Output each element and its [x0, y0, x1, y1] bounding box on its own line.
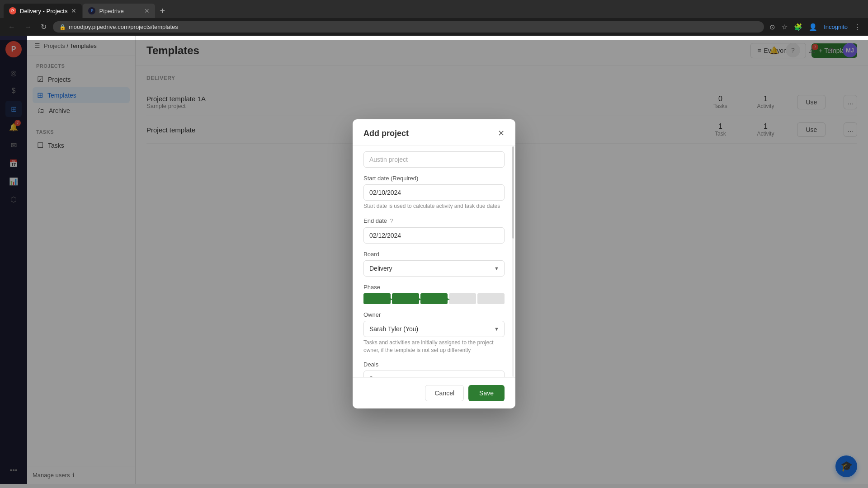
browser-chrome: P Delivery - Projects ✕ P Pipedrive ✕ + …	[0, 0, 868, 36]
board-group: Board Delivery	[363, 251, 505, 277]
address-bar[interactable]: 🔒 moodjoy.pipedrive.com/projects/templat…	[53, 21, 764, 33]
tab-delivery[interactable]: P Delivery - Projects ✕	[4, 4, 82, 18]
incognito-label: Incognito	[824, 23, 848, 30]
scrollbar-thumb	[512, 146, 514, 239]
deals-group: Deals $	[363, 361, 505, 377]
owner-value: Sarah Tyler (You)	[369, 325, 418, 333]
address-bar-row: ← → ↻ 🔒 moodjoy.pipedrive.com/projects/t…	[0, 18, 868, 36]
phase-segment-3	[420, 293, 448, 304]
tab-favicon-delivery: P	[9, 7, 16, 14]
reader-view-button[interactable]: ⊙	[768, 21, 777, 33]
board-label: Board	[363, 251, 505, 258]
deals-label: Deals	[363, 361, 505, 368]
phase-bar[interactable]: ▶	[363, 293, 505, 304]
end-date-input[interactable]	[363, 227, 505, 244]
modal-overlay: Add project ✕ Start date (Required) Star…	[0, 40, 868, 488]
refresh-button[interactable]: ↻	[38, 21, 49, 33]
modal-title: Add project	[363, 129, 409, 138]
modal-header: Add project ✕	[353, 119, 515, 146]
phase-segment-1	[363, 293, 391, 304]
board-select-wrapper: Delivery	[363, 260, 505, 277]
modal-footer: Cancel Save	[353, 377, 515, 408]
owner-label: Owner	[363, 311, 505, 318]
end-date-help-icon[interactable]: ?	[390, 217, 393, 225]
tab-label-pipedrive: Pipedrive	[99, 8, 123, 14]
modal-scrollbar[interactable]	[512, 146, 515, 377]
end-date-group: End date ?	[363, 217, 505, 244]
forward-button[interactable]: →	[22, 21, 34, 33]
owner-select[interactable]: Sarah Tyler (You)	[363, 321, 505, 337]
tab-close-pipedrive[interactable]: ✕	[144, 7, 150, 14]
modal-body: Start date (Required) Start date is used…	[353, 146, 515, 377]
tab-favicon-pipedrive: P	[88, 7, 95, 14]
lock-icon: 🔒	[59, 24, 66, 30]
phase-segment-4	[449, 293, 476, 304]
deals-input[interactable]: $	[363, 371, 505, 377]
tab-close-delivery[interactable]: ✕	[71, 7, 76, 14]
tab-pipedrive[interactable]: P Pipedrive ✕	[83, 4, 155, 18]
start-date-hint: Start date is used to calculate activity…	[363, 202, 505, 210]
back-button[interactable]: ←	[5, 21, 18, 33]
owner-group: Owner Sarah Tyler (You) Tasks and activi…	[363, 311, 505, 354]
save-button[interactable]: Save	[468, 385, 505, 401]
phase-group: Phase ▶	[363, 284, 505, 304]
end-date-label: End date ?	[363, 217, 505, 225]
modal-close-button[interactable]: ✕	[498, 128, 505, 138]
board-value: Delivery	[369, 265, 392, 272]
project-name-hint-area	[363, 151, 505, 168]
profile-button[interactable]: 👤	[807, 21, 819, 33]
menu-button[interactable]: ⋮	[852, 21, 863, 33]
url-text: moodjoy.pipedrive.com/projects/templates	[69, 23, 178, 30]
scrollbar-track	[512, 146, 514, 377]
add-project-modal: Add project ✕ Start date (Required) Star…	[353, 119, 515, 408]
phase-segment-2: ▶	[392, 293, 419, 304]
project-name-input[interactable]	[363, 151, 505, 168]
owner-hint: Tasks and activities are initially assig…	[363, 339, 505, 354]
start-date-input[interactable]	[363, 184, 505, 201]
start-date-label: Start date (Required)	[363, 175, 505, 182]
cancel-button[interactable]: Cancel	[425, 385, 464, 401]
new-tab-button[interactable]: +	[156, 4, 169, 18]
extensions-button[interactable]: 🧩	[792, 21, 804, 33]
browser-actions: ⊙ ☆ 🧩 👤 Incognito ⋮	[768, 21, 863, 33]
start-date-group: Start date (Required) Start date is used…	[363, 175, 505, 210]
tab-bar: P Delivery - Projects ✕ P Pipedrive ✕ +	[0, 0, 868, 18]
tab-label-delivery: Delivery - Projects	[20, 8, 67, 14]
board-select[interactable]: Delivery	[363, 260, 505, 277]
owner-select-wrapper: Sarah Tyler (You)	[363, 321, 505, 337]
bookmark-button[interactable]: ☆	[780, 21, 789, 33]
phase-segment-5	[477, 293, 505, 304]
phase-label: Phase	[363, 284, 505, 291]
